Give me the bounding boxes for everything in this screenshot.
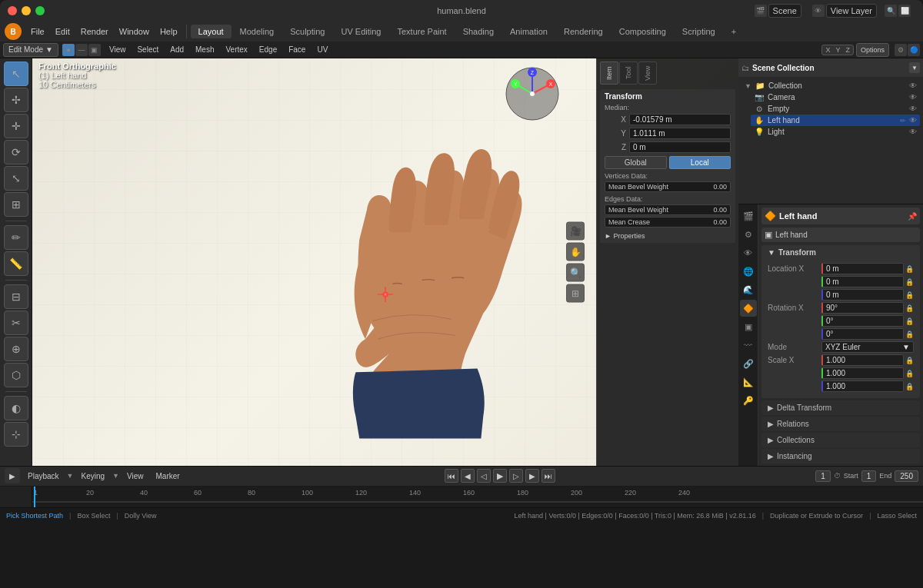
obj-header-name[interactable]: Left hand xyxy=(779,211,818,221)
instancing-toggle[interactable]: ▶ Instancing xyxy=(761,449,920,463)
marker-menu[interactable]: Marker xyxy=(152,470,185,482)
rotation-z[interactable]: 0° xyxy=(821,328,904,340)
next-frame-btn[interactable]: ▶ xyxy=(525,469,539,483)
start-frame[interactable]: 1 xyxy=(861,470,877,482)
face-select-icon[interactable]: ▣ xyxy=(88,44,101,56)
location-y-lock[interactable]: 🔒 xyxy=(905,278,914,286)
location-x[interactable]: 0 m xyxy=(821,263,904,274)
lefthand-visibility[interactable]: 👁 xyxy=(909,116,917,125)
overlay-icon[interactable]: 🔵 xyxy=(908,44,920,56)
keying-dropdown[interactable]: ▼ xyxy=(112,472,119,480)
timeline-mode-icon[interactable]: ▶ xyxy=(5,468,20,483)
playhead[interactable] xyxy=(34,487,35,507)
viewport-uv-menu[interactable]: UV xyxy=(312,44,332,55)
menu-window[interactable]: Window xyxy=(115,25,154,38)
prev-frame-btn[interactable]: ◀ xyxy=(461,469,475,483)
motion-paths-toggle[interactable]: ▶ Motion Paths xyxy=(761,465,920,466)
end-frame[interactable]: 250 xyxy=(895,470,918,482)
menu-edit[interactable]: Edit xyxy=(51,25,75,38)
scale-z[interactable]: 1.000 xyxy=(821,380,904,392)
rotation-mode-dropdown[interactable]: XYZ Euler ▼ xyxy=(821,341,914,353)
mean-crease[interactable]: Mean Crease 0.00 xyxy=(605,217,731,228)
delta-transform-toggle[interactable]: ▶ Delta Transform xyxy=(761,400,920,415)
mean-bevel-weight-vert[interactable]: Mean Bevel Weight 0.00 xyxy=(605,181,731,192)
viewport-mesh-menu[interactable]: Mesh xyxy=(191,44,218,55)
properties-collapsible[interactable]: ► Properties xyxy=(605,232,731,240)
global-btn[interactable]: Global xyxy=(605,156,667,169)
rotation-x-lock[interactable]: 🔒 xyxy=(905,304,914,312)
prop-tab-constraints[interactable]: 🔑 xyxy=(740,392,757,409)
tool-move[interactable]: ✛ xyxy=(4,114,28,138)
tree-item-empty[interactable]: ⊙ Empty 👁 xyxy=(751,103,920,115)
rotation-x[interactable]: 90° xyxy=(821,302,904,314)
location-x-lock[interactable]: 🔒 xyxy=(905,265,914,273)
viewport-select-menu[interactable]: Select xyxy=(132,44,163,55)
playback-menu[interactable]: Playback xyxy=(23,470,64,482)
tool-rotate[interactable]: ⟳ xyxy=(4,140,28,164)
n-panel-tool-tab[interactable]: Tool xyxy=(619,61,638,85)
filter-icon[interactable]: ▼ xyxy=(909,62,920,73)
rotation-y-lock[interactable]: 🔒 xyxy=(905,317,914,325)
tab-uv-editing[interactable]: UV Editing xyxy=(333,25,388,38)
tree-item-camera[interactable]: 📷 Camera 👁 xyxy=(751,91,920,103)
collection-visibility[interactable]: 👁 xyxy=(909,81,917,90)
location-z-lock[interactable]: 🔒 xyxy=(905,291,914,299)
tool-hint-1[interactable]: Pick Shortest Path xyxy=(6,512,63,520)
tool-scale[interactable]: ⤡ xyxy=(4,166,28,191)
tool-hint-2[interactable]: Box Select xyxy=(77,512,110,520)
viewport-gizmo[interactable]: Z X Y xyxy=(503,65,561,123)
prop-tab-world[interactable]: 🌊 xyxy=(740,281,757,298)
tab-add[interactable]: + xyxy=(724,25,744,38)
tool-cursor[interactable]: ✢ xyxy=(4,88,28,112)
viewport-view-menu[interactable]: View xyxy=(105,44,131,55)
close-button[interactable] xyxy=(8,6,17,15)
tab-compositing[interactable]: Compositing xyxy=(611,25,674,38)
scale-y[interactable]: 1.000 xyxy=(821,367,904,379)
scale-y-lock[interactable]: 🔒 xyxy=(905,370,914,377)
tool-select[interactable]: ↖ xyxy=(4,61,28,86)
transform-section-toggle[interactable]: ▼ Transform xyxy=(761,245,920,260)
viewport-camera-btn[interactable]: 🎥 xyxy=(566,222,585,241)
tab-rendering[interactable]: Rendering xyxy=(556,25,611,38)
props-icon[interactable]: ⚙ xyxy=(895,44,907,56)
maximize-button[interactable] xyxy=(35,6,45,15)
vert-select-icon[interactable]: ● xyxy=(62,44,75,56)
tab-scripting[interactable]: Scripting xyxy=(675,25,723,38)
viewport-grid-btn[interactable]: ⊞ xyxy=(566,284,585,303)
playback-dropdown[interactable]: ▼ xyxy=(67,472,74,480)
scene-selector[interactable]: Scene xyxy=(768,4,801,18)
scale-x-lock[interactable]: 🔒 xyxy=(905,357,914,364)
tool-loop-cut[interactable]: ⊟ xyxy=(4,284,28,309)
empty-visibility[interactable]: 👁 xyxy=(909,105,917,113)
rotation-z-lock[interactable]: 🔒 xyxy=(905,331,914,338)
viewport-edge-menu[interactable]: Edge xyxy=(255,44,282,55)
tool-smooth[interactable]: ⊹ xyxy=(4,422,28,447)
prop-tab-object[interactable]: 🔶 xyxy=(740,300,757,317)
render-icon[interactable]: 🎬 xyxy=(755,5,767,17)
mesh-name[interactable]: Left hand xyxy=(775,231,808,239)
tool-spin[interactable]: ◐ xyxy=(4,396,28,420)
viewport-add-menu[interactable]: Add xyxy=(165,44,188,55)
current-frame[interactable]: 1 xyxy=(815,470,831,482)
tree-item-light[interactable]: 💡 Light 👁 xyxy=(751,126,920,138)
viewport-vertex-menu[interactable]: Vertex xyxy=(221,44,252,55)
options-button[interactable]: Options xyxy=(856,43,889,57)
jump-start-btn[interactable]: ⏮ xyxy=(445,469,458,483)
tab-animation[interactable]: Animation xyxy=(502,25,555,38)
next-keyframe-btn[interactable]: ▷ xyxy=(509,469,523,483)
tab-texture-paint[interactable]: Texture Paint xyxy=(389,25,454,38)
obj-header-pin[interactable]: 📌 xyxy=(908,212,917,221)
viewport-zoom-btn[interactable]: 🔍 xyxy=(566,264,585,282)
collections-toggle[interactable]: ▶ Collections xyxy=(761,433,920,447)
view-layer-selector[interactable]: View Layer xyxy=(826,4,877,18)
tree-item-collection[interactable]: ▼ 📁 Collection 👁 xyxy=(741,80,920,91)
prop-tab-scene[interactable]: 🌐 xyxy=(740,263,757,280)
minimize-button[interactable] xyxy=(22,6,31,15)
z-value[interactable]: 0 m xyxy=(629,141,731,153)
tab-layout[interactable]: Layout xyxy=(191,25,232,38)
search-icon[interactable]: 🔍 xyxy=(885,5,897,17)
timeline-view-menu[interactable]: View xyxy=(122,470,148,482)
tool-annotate[interactable]: ✏ xyxy=(4,225,28,250)
prop-tab-output[interactable]: ⚙ xyxy=(740,226,757,243)
y-value[interactable]: 1.0111 m xyxy=(629,128,731,139)
